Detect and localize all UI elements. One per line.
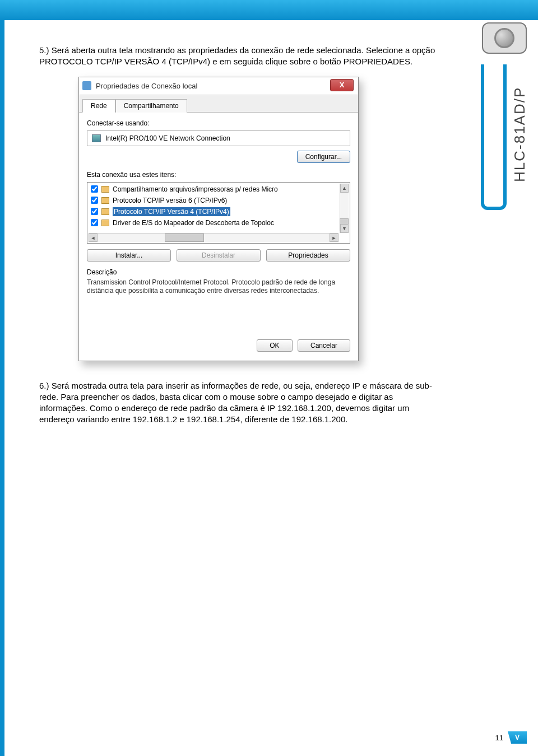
paragraph-step5: 5.) Será aberta outra tela mostrando as … — [39, 45, 443, 68]
scroll-track[interactable] — [98, 234, 330, 242]
install-button[interactable]: Instalar... — [87, 249, 171, 262]
item-checkbox[interactable] — [91, 197, 98, 204]
item-checkbox[interactable] — [91, 208, 98, 215]
close-button[interactable]: X — [330, 79, 354, 91]
driver-icon — [101, 220, 109, 226]
tab-compartilhamento[interactable]: Compartilhamento — [115, 99, 187, 113]
dialog-tabs: Rede Compartilhamento — [79, 95, 358, 113]
service-icon — [101, 186, 109, 193]
page-footer: 11 V — [495, 731, 527, 744]
connection-items-list: Compartilhamento arquivos/impressoras p/… — [87, 182, 350, 244]
item-label: Protocolo TCP/IP Versão 4 (TCP/IPv4) — [113, 207, 230, 216]
camera-illustration — [482, 22, 527, 54]
ok-button[interactable]: OK — [257, 339, 292, 352]
top-blue-bar — [0, 0, 538, 20]
horizontal-scrollbar[interactable]: ◄ ► — [89, 233, 338, 242]
items-inner: Compartilhamento arquivos/impressoras p/… — [89, 184, 338, 233]
vertical-scrollbar[interactable]: ▲ ▼ — [340, 184, 349, 233]
list-item[interactable]: Protocolo TCP/IP versão 6 (TCP/IPv6) — [89, 195, 338, 206]
item-checkbox[interactable] — [91, 185, 98, 193]
cancel-button[interactable]: Cancelar — [298, 339, 350, 352]
scroll-down-arrow-icon[interactable]: ▼ — [340, 224, 349, 233]
left-stripe — [0, 20, 4, 756]
page-number: 11 — [495, 734, 503, 742]
scroll-thumb[interactable] — [165, 234, 204, 242]
configure-button[interactable]: Configurar... — [297, 151, 350, 163]
network-icon — [82, 81, 91, 90]
properties-dialog: Propriedades de Conexão local X Rede Com… — [78, 77, 359, 361]
uninstall-button: Desinstalar — [177, 249, 261, 262]
item-checkbox[interactable] — [91, 219, 98, 226]
model-label: HLC-81AD/P — [511, 73, 528, 196]
scroll-left-arrow-icon[interactable]: ◄ — [89, 234, 98, 242]
scroll-right-arrow-icon[interactable]: ► — [330, 234, 338, 242]
paragraph-step6: 6.) Será mostrada outra tela para inseri… — [39, 380, 443, 426]
item-action-row: Instalar... Desinstalar Propriedades — [87, 249, 350, 262]
item-label: Protocolo TCP/IP versão 6 (TCP/IPv6) — [113, 197, 227, 204]
items-label: Esta conexão usa estes itens: — [87, 171, 350, 179]
dialog-title: Propriedades de Conexão local — [96, 82, 197, 90]
side-bracket — [481, 64, 507, 210]
adapter-name: Intel(R) PRO/100 VE Network Connection — [105, 134, 230, 142]
item-label: Driver de E/S do Mapeador de Descoberta … — [113, 219, 274, 227]
logo-letter: V — [515, 734, 520, 741]
adapter-field: Intel(R) PRO/100 VE Network Connection — [87, 130, 350, 146]
camera-lens-icon — [494, 28, 514, 48]
description-group: Descrição Transmission Control Protocol/… — [87, 268, 350, 296]
description-text: Transmission Control Protocol/Internet P… — [87, 278, 350, 296]
protocol-icon — [101, 197, 109, 204]
protocol-icon — [101, 208, 109, 215]
properties-button[interactable]: Propriedades — [266, 249, 350, 262]
dialog-titlebar: Propriedades de Conexão local X — [79, 77, 358, 95]
page-content: 5.) Será aberta outra tela mostrando as … — [39, 45, 443, 435]
dialog-body: Conectar-se usando: Intel(R) PRO/100 VE … — [79, 113, 358, 361]
description-label: Descrição — [87, 268, 350, 276]
scroll-track[interactable] — [340, 193, 349, 224]
list-item-selected[interactable]: Protocolo TCP/IP Versão 4 (TCP/IPv4) — [89, 206, 338, 217]
scroll-up-arrow-icon[interactable]: ▲ — [340, 184, 349, 193]
item-label: Compartilhamento arquivos/impressoras p/… — [113, 185, 278, 193]
tab-rede[interactable]: Rede — [82, 99, 115, 113]
footer-logo: V — [508, 731, 527, 744]
dialog-footer: OK Cancelar — [87, 335, 350, 352]
adapter-icon — [92, 134, 101, 142]
connect-using-label: Conectar-se usando: — [87, 119, 350, 127]
list-item[interactable]: Driver de E/S do Mapeador de Descoberta … — [89, 217, 338, 228]
list-item[interactable]: Compartilhamento arquivos/impressoras p/… — [89, 184, 338, 195]
